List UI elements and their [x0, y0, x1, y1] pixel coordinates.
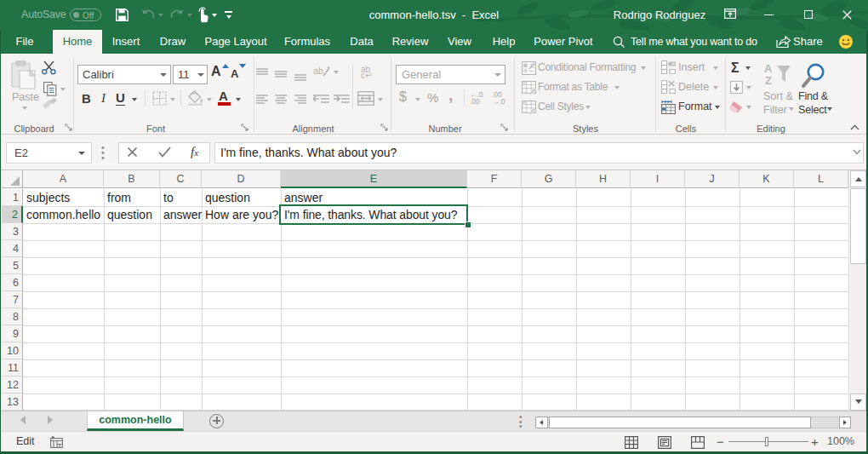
svg-text:A: A [764, 63, 773, 75]
svg-text:ab: ab [313, 66, 323, 76]
svg-text:Z: Z [765, 74, 772, 85]
